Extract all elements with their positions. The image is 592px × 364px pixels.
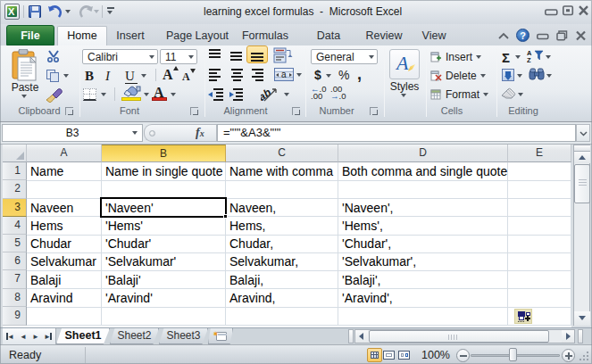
svg-text:Z: Z (527, 56, 531, 62)
svg-text:ab: ab (261, 87, 273, 103)
